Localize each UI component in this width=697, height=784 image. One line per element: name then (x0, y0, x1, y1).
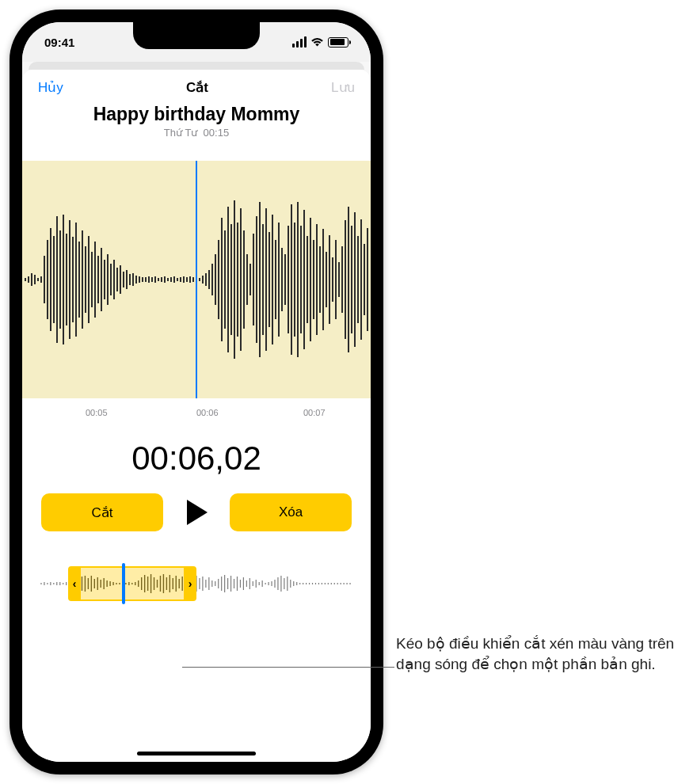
timeline-tick-2: 00:06 (196, 408, 219, 417)
status-right (292, 36, 348, 48)
waveform-timeline: :04 00:05 00:06 00:07 (22, 398, 371, 413)
trim-handle-left-icon[interactable]: ‹ (68, 568, 81, 599)
back-sheet-edge (29, 62, 364, 70)
status-time: 09:41 (44, 36, 74, 49)
battery-icon (328, 37, 348, 48)
phone-frame: 09:41 Hủy Cắt Lưu Happy birthday Mommy T… (10, 10, 383, 774)
trim-bar[interactable]: ‹ › (40, 560, 353, 607)
recording-day: Thứ Tư (164, 127, 198, 139)
trim-handle-right-icon[interactable]: › (184, 568, 196, 599)
cancel-button[interactable]: Hủy (38, 79, 63, 96)
current-time: 00:06,02 (22, 440, 371, 478)
recording-title[interactable]: Happy birthday Mommy (22, 104, 371, 125)
controls-row: Cắt Xóa (22, 478, 371, 531)
waveform-main[interactable] (22, 161, 371, 398)
overview-playhead[interactable] (122, 563, 125, 604)
save-button[interactable]: Lưu (331, 79, 355, 96)
edit-sheet: Hủy Cắt Lưu Happy birthday Mommy Thứ Tư … (22, 70, 371, 762)
timeline-tick-1: 00:05 (86, 408, 108, 417)
play-icon (184, 498, 209, 527)
phone-screen: 09:41 Hủy Cắt Lưu Happy birthday Mommy T… (22, 22, 371, 762)
callout-text: Kéo bộ điều khiển cắt xén màu vàng trên … (396, 634, 681, 674)
trim-button[interactable]: Cắt (41, 493, 163, 531)
playhead[interactable] (196, 161, 197, 398)
sheet-navbar: Hủy Cắt Lưu (22, 70, 371, 102)
delete-button[interactable]: Xóa (230, 493, 352, 531)
timeline-tick-3: 00:07 (303, 408, 326, 417)
recording-subtitle: Thứ Tư 00:15 (22, 127, 371, 139)
sheet-title: Cắt (186, 79, 208, 96)
home-indicator[interactable] (137, 752, 256, 755)
wifi-icon (310, 37, 324, 48)
cellular-signal-icon (292, 36, 307, 48)
recording-duration: 00:15 (204, 127, 230, 139)
callout-leader-line (182, 667, 394, 668)
trim-selection[interactable]: ‹ › (68, 566, 196, 601)
notch (133, 22, 260, 49)
play-button[interactable] (177, 493, 215, 531)
